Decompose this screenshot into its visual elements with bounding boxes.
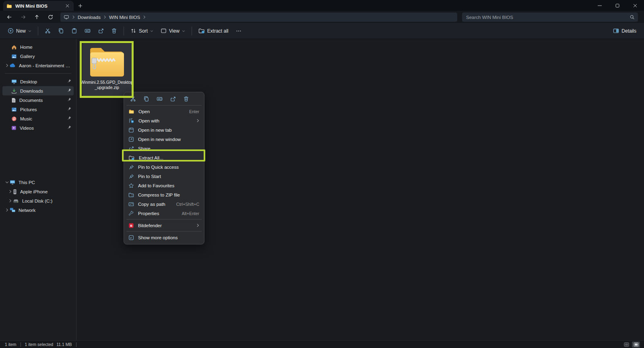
- details-pane-button[interactable]: Details: [609, 25, 640, 37]
- music-icon: [11, 116, 17, 122]
- open-new-window-icon: [128, 137, 134, 142]
- menu-item-share[interactable]: Share: [126, 144, 202, 153]
- new-tab-button[interactable]: [76, 2, 85, 10]
- menu-item-add-favourites[interactable]: Add to Favourites: [126, 181, 202, 190]
- pictures-icon: [11, 107, 17, 112]
- menu-divider: [126, 219, 202, 220]
- sidebar-item-documents[interactable]: Documents: [2, 95, 74, 105]
- sidebar-item-videos[interactable]: Videos: [2, 123, 74, 133]
- rename-button[interactable]: [81, 25, 94, 37]
- tab-close-icon[interactable]: [64, 3, 70, 9]
- chevron-right-icon: [103, 15, 106, 19]
- documents-icon: [11, 97, 16, 103]
- sidebar-item-pictures[interactable]: Pictures: [2, 105, 74, 114]
- delete-button[interactable]: [107, 25, 121, 37]
- paste-button[interactable]: [68, 25, 81, 37]
- details-view-button[interactable]: [622, 342, 630, 348]
- breadcrumb[interactable]: Downloads WIN Mini BIOS: [60, 12, 457, 22]
- menu-item-open-new-tab[interactable]: Open in new tab: [126, 125, 202, 135]
- toolbar-separator: [124, 27, 124, 35]
- copy-button[interactable]: [54, 25, 68, 37]
- desktop-icon: [11, 79, 17, 84]
- sidebar-item-music[interactable]: Music: [2, 114, 74, 123]
- this-pc-icon: [10, 180, 15, 185]
- menu-item-pin-quick-access[interactable]: Pin to Quick access: [126, 162, 202, 172]
- copy-icon[interactable]: [141, 95, 151, 104]
- maximize-button[interactable]: [609, 0, 626, 11]
- chevron-down-icon[interactable]: [4, 181, 10, 184]
- menu-item-compress-zip[interactable]: Compress to ZIP file: [126, 190, 202, 199]
- sidebar-spacer: [0, 133, 76, 178]
- videos-icon: [11, 125, 17, 130]
- large-icons-view-button[interactable]: [632, 342, 640, 348]
- sidebar-item-apple-iphone[interactable]: Apple iPhone: [6, 187, 74, 196]
- extract-all-icon: [128, 155, 135, 161]
- search-icon[interactable]: [630, 14, 635, 20]
- chevron-right-icon[interactable]: [4, 64, 10, 67]
- open-with-icon: [128, 118, 134, 124]
- tab-strip: WIN Mini BIOS: [0, 0, 644, 11]
- toolbar-separator: [192, 27, 192, 35]
- menu-item-open-with[interactable]: Open with: [126, 116, 202, 125]
- sidebar-item-onedrive[interactable]: Aaron - Entertainment Gadgets LTD: [2, 61, 74, 70]
- star-icon: [128, 183, 134, 188]
- cut-button[interactable]: [41, 25, 54, 37]
- breadcrumb-downloads[interactable]: Downloads: [78, 15, 101, 20]
- up-button[interactable]: [31, 12, 43, 22]
- tab-title: WIN Mini BIOS: [15, 4, 61, 8]
- sidebar-item-gallery[interactable]: Gallery: [2, 52, 74, 61]
- computer-icon: [64, 14, 69, 20]
- menu-item-open-new-window[interactable]: Open in new window: [126, 135, 202, 144]
- cut-icon[interactable]: [128, 95, 138, 104]
- back-button[interactable]: [3, 12, 15, 22]
- context-menu: Open Enter Open with Open in new tab Ope…: [124, 92, 204, 244]
- menu-item-show-more-options[interactable]: Show more options: [126, 233, 202, 242]
- onedrive-cloud-icon: [10, 63, 16, 68]
- chevron-right-icon[interactable]: [7, 190, 13, 193]
- file-name: Winmini.2.55.GPD_Desktop _upgrade.zip: [80, 80, 133, 90]
- chevron-right-icon[interactable]: [4, 208, 10, 212]
- menu-item-open[interactable]: Open Enter: [126, 107, 202, 116]
- menu-item-copy-as-path[interactable]: Copy as path Ctrl+Shift+C: [126, 199, 202, 209]
- search-input[interactable]: [465, 14, 630, 20]
- view-button[interactable]: View: [157, 25, 189, 37]
- menu-item-bitdefender[interactable]: B Bitdefender: [126, 221, 202, 230]
- sidebar-item-desktop[interactable]: Desktop: [2, 77, 74, 86]
- sidebar-item-this-pc[interactable]: This PC: [2, 178, 74, 187]
- chevron-right-icon[interactable]: [7, 199, 13, 203]
- explorer-tab[interactable]: WIN Mini BIOS: [3, 1, 74, 11]
- menu-item-pin-start[interactable]: Pin to Start: [126, 172, 202, 181]
- pin-icon: [67, 125, 71, 129]
- sidebar-item-home[interactable]: Home: [2, 42, 74, 52]
- file-item-zip[interactable]: Winmini.2.55.GPD_Desktop _upgrade.zip: [82, 44, 132, 96]
- menu-item-properties[interactable]: Properties Alt+Enter: [126, 209, 202, 218]
- extract-all-button[interactable]: Extract all: [195, 25, 232, 37]
- rename-icon[interactable]: [155, 95, 164, 104]
- file-explorer-window: WIN Mini BIOS: [0, 0, 644, 348]
- toolbar-separator: [38, 27, 38, 35]
- minimize-button[interactable]: [591, 0, 609, 11]
- submenu-chevron-icon: [196, 119, 199, 122]
- menu-item-extract-all[interactable]: Extract All...: [126, 153, 202, 162]
- search-box[interactable]: [462, 12, 638, 22]
- pin-icon: [67, 116, 71, 120]
- forward-button[interactable]: [17, 12, 29, 22]
- more-options-button[interactable]: [232, 25, 245, 37]
- open-folder-icon: [128, 109, 134, 114]
- sidebar-item-network[interactable]: Network: [2, 205, 74, 215]
- share-icon[interactable]: [168, 95, 178, 104]
- delete-icon[interactable]: [181, 95, 191, 104]
- pin-icon: [67, 107, 71, 111]
- gallery-icon: [11, 54, 17, 59]
- folder-icon: [6, 3, 12, 9]
- new-button[interactable]: New: [4, 25, 35, 37]
- new-label: New: [16, 28, 26, 34]
- sort-button[interactable]: Sort: [127, 25, 157, 37]
- breadcrumb-win-mini-bios[interactable]: WIN Mini BIOS: [109, 15, 140, 20]
- share-button[interactable]: [94, 25, 107, 37]
- close-button[interactable]: [626, 0, 644, 11]
- sidebar-item-local-disk-c[interactable]: Local Disk (C:): [6, 196, 74, 205]
- refresh-button[interactable]: [44, 12, 56, 22]
- sidebar-item-downloads[interactable]: Downloads: [2, 86, 74, 95]
- context-menu-quick-actions: [126, 94, 202, 104]
